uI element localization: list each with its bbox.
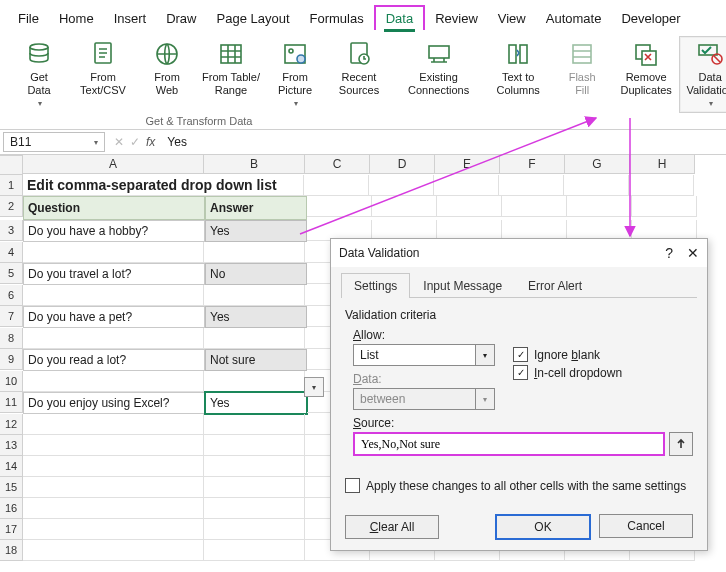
row-header[interactable]: 18 [0,540,23,561]
column-header[interactable]: F [500,155,565,174]
cell[interactable] [567,196,632,217]
enter-icon[interactable]: ✓ [130,135,140,149]
column-header[interactable]: B [204,155,305,174]
cell[interactable]: Answer [205,196,307,220]
row-header[interactable]: 14 [0,456,23,477]
row-header[interactable]: 10 [0,371,23,392]
dialog-tab-error-alert[interactable]: Error Alert [515,273,595,298]
dialog-tab-settings[interactable]: Settings [341,273,410,298]
allow-combobox[interactable]: List ▾ [353,344,495,366]
cell[interactable] [204,328,305,349]
cell[interactable] [23,328,204,349]
cell[interactable]: Not sure [205,349,307,371]
ignore-blank-checkbox[interactable]: ✓ Ignore blank [513,347,622,362]
column-header[interactable]: H [630,155,695,174]
formula-value[interactable]: Yes [161,135,193,149]
row-header[interactable]: 1 [0,175,23,196]
cell[interactable] [23,519,204,540]
get-data-button[interactable]: Get Data▾ [8,36,70,113]
cell[interactable] [502,196,567,217]
data-validation-button[interactable]: Data Validation▾ [679,36,726,113]
cell[interactable] [369,175,434,196]
row-header[interactable]: 5 [0,263,23,284]
clear-all-button[interactable]: Clear All [345,515,439,539]
column-header[interactable]: D [370,155,435,174]
tab-home[interactable]: Home [49,7,104,30]
select-all-corner[interactable] [0,155,23,175]
cell[interactable]: No [205,263,307,285]
tab-draw[interactable]: Draw [156,7,206,30]
cell[interactable] [632,196,697,217]
cell[interactable] [23,540,204,561]
range-picker-button[interactable] [669,432,693,456]
cell[interactable] [304,175,369,196]
cell[interactable] [23,477,204,498]
cell[interactable] [204,285,305,306]
name-box[interactable]: B11 ▾ [3,132,105,152]
tab-review[interactable]: Review [425,7,488,30]
cell[interactable] [204,456,305,477]
from-table-button[interactable]: From Table/ Range [200,36,262,113]
cell[interactable] [307,196,372,217]
cell[interactable] [204,435,305,456]
source-input[interactable] [353,432,665,456]
from-web-button[interactable]: From Web [136,36,198,113]
cell[interactable] [23,456,204,477]
row-header[interactable]: 15 [0,477,23,498]
cell[interactable]: Question [23,196,205,220]
fx-icon[interactable]: fx [146,135,155,149]
cell[interactable] [23,285,204,306]
cancel-button[interactable]: Cancel [599,514,693,538]
cell[interactable] [23,242,204,263]
row-header[interactable]: 11 [0,392,23,413]
cell[interactable] [204,498,305,519]
row-header[interactable]: 7 [0,306,23,327]
cell[interactable] [564,175,629,196]
cell[interactable]: Do you travel a lot? [23,263,205,285]
existing-connections-button[interactable]: Existing Connections [406,36,471,100]
column-header[interactable]: C [305,155,370,174]
apply-all-checkbox[interactable]: Apply these changes to all other cells w… [345,478,693,493]
help-icon[interactable]: ? [665,245,673,261]
row-header[interactable]: 4 [0,242,23,263]
cell[interactable] [204,477,305,498]
cell[interactable] [437,196,502,217]
cell[interactable] [23,414,204,435]
cell[interactable] [434,175,499,196]
cell[interactable] [204,414,305,435]
cancel-icon[interactable]: ✕ [114,135,124,149]
incell-dropdown-checkbox[interactable]: ✓ In-cell dropdown [513,365,622,380]
row-header[interactable]: 9 [0,349,23,370]
cell[interactable]: Do you have a pet? [23,306,205,328]
cell[interactable] [23,371,204,392]
tab-data[interactable]: Data [374,5,425,30]
cell[interactable] [23,435,204,456]
cell[interactable]: Do you enjoy using Excel? [23,392,205,414]
recent-sources-button[interactable]: Recent Sources [328,36,390,113]
column-header[interactable]: A [23,155,204,174]
cell[interactable]: Edit comma-separated drop down list [23,175,304,196]
row-header[interactable]: 16 [0,498,23,519]
row-header[interactable]: 2 [0,196,23,217]
cell[interactable]: Yes [205,306,307,328]
tab-insert[interactable]: Insert [104,7,157,30]
row-header[interactable]: 6 [0,285,23,306]
tab-automate[interactable]: Automate [536,7,612,30]
cell[interactable]: Do you have a hobby? [23,220,205,242]
cell[interactable]: Yes [205,220,307,242]
column-header[interactable]: E [435,155,500,174]
cell[interactable] [629,175,694,196]
dialog-tab-input-message[interactable]: Input Message [410,273,515,298]
from-picture-button[interactable]: From Picture▾ [264,36,326,113]
row-header[interactable]: 3 [0,220,23,241]
cell[interactable] [499,175,564,196]
tab-page-layout[interactable]: Page Layout [207,7,300,30]
from-textcsv-button[interactable]: From Text/CSV [72,36,134,113]
cell-dropdown-button[interactable]: ▾ [304,377,324,397]
close-icon[interactable]: ✕ [687,245,699,261]
tab-view[interactable]: View [488,7,536,30]
cell[interactable]: Do you read a lot? [23,349,205,371]
text-to-columns-button[interactable]: Text to Columns [487,36,549,113]
column-header[interactable]: G [565,155,630,174]
tab-formulas[interactable]: Formulas [300,7,374,30]
